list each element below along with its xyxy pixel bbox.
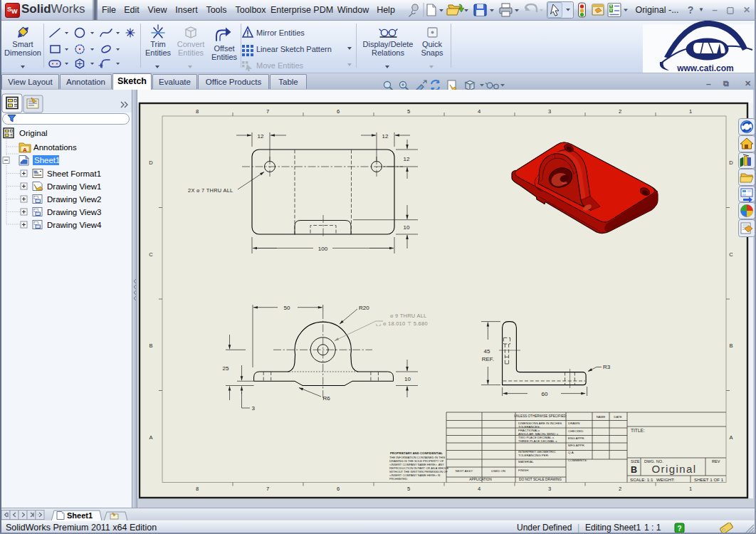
svg-text:DATE: DATE bbox=[614, 415, 621, 419]
svg-text:⌀ 9 THRU ALL: ⌀ 9 THRU ALL bbox=[390, 313, 426, 319]
svg-text:8: 8 bbox=[196, 108, 199, 115]
svg-text:B: B bbox=[729, 342, 733, 349]
svg-text:UNLESS OTHERWISE SPECIFIED:: UNLESS OTHERWISE SPECIFIED: bbox=[514, 414, 567, 418]
svg-text:100: 100 bbox=[318, 246, 328, 252]
svg-text:R6: R6 bbox=[323, 395, 331, 402]
svg-text:REV: REV bbox=[712, 459, 720, 464]
svg-text:Drawing View3: Drawing View3 bbox=[47, 208, 102, 216]
svg-text:D: D bbox=[149, 159, 153, 166]
svg-text:R3: R3 bbox=[603, 364, 611, 370]
svg-text:USED ON: USED ON bbox=[491, 469, 505, 473]
svg-text:Sheet1: Sheet1 bbox=[67, 511, 93, 520]
svg-text:MFG APPR.: MFG APPR. bbox=[568, 444, 585, 447]
svg-text:SHEET 1 OF 1: SHEET 1 OF 1 bbox=[694, 477, 724, 482]
svg-text:1: 1 bbox=[689, 108, 692, 115]
svg-text:PROHIBITED.: PROHIBITED. bbox=[389, 477, 408, 481]
svg-text:R20: R20 bbox=[359, 305, 369, 311]
svg-text:TITLE:: TITLE: bbox=[631, 428, 645, 433]
svg-text:Sheet1: Sheet1 bbox=[34, 156, 60, 164]
svg-text:www.cati.com: www.cati.com bbox=[676, 63, 734, 73]
svg-text:12: 12 bbox=[404, 156, 410, 162]
svg-text:1: 1 bbox=[689, 486, 692, 492]
svg-text:C: C bbox=[729, 251, 733, 258]
svg-text:TOLERANCING PER:: TOLERANCING PER: bbox=[518, 454, 549, 457]
svg-text:MATERIAL: MATERIAL bbox=[518, 460, 534, 464]
svg-text:12: 12 bbox=[258, 133, 264, 140]
svg-text:C: C bbox=[149, 251, 153, 258]
svg-text:Drawing View1: Drawing View1 bbox=[47, 182, 102, 191]
svg-text:10: 10 bbox=[404, 376, 411, 382]
svg-text:12: 12 bbox=[382, 133, 389, 140]
svg-text:NEXT ASSY: NEXT ASSY bbox=[456, 469, 473, 473]
svg-text:WEIGHT:: WEIGHT: bbox=[656, 477, 675, 482]
svg-text:7: 7 bbox=[266, 486, 269, 492]
svg-text:DO NOT SCALE DRAWING: DO NOT SCALE DRAWING bbox=[519, 478, 562, 481]
svg-text:PROPRIETARY AND CONFIDENTIAL: PROPRIETARY AND CONFIDENTIAL bbox=[390, 451, 443, 455]
svg-text:REF.: REF. bbox=[482, 356, 494, 362]
svg-text:3: 3 bbox=[252, 405, 256, 412]
svg-text:4: 4 bbox=[478, 108, 481, 115]
svg-text:8: 8 bbox=[196, 486, 199, 492]
svg-text:⌞⌟ ⌀ 18.010 ⊤ 5.680: ⌞⌟ ⌀ 18.010 ⊤ 5.680 bbox=[376, 320, 428, 327]
svg-text:Drawing View4: Drawing View4 bbox=[47, 221, 102, 229]
svg-text:3: 3 bbox=[548, 108, 551, 115]
svg-text:SIZE: SIZE bbox=[631, 459, 640, 464]
svg-text:3: 3 bbox=[548, 486, 551, 492]
svg-text:A: A bbox=[729, 434, 733, 441]
svg-text:7: 7 bbox=[266, 108, 269, 115]
svg-text:SCALE: 1:1: SCALE: 1:1 bbox=[630, 477, 653, 482]
svg-text:B: B bbox=[631, 465, 637, 475]
svg-text:Original: Original bbox=[652, 463, 697, 475]
svg-text:6: 6 bbox=[337, 486, 340, 492]
svg-text:25: 25 bbox=[223, 365, 229, 372]
svg-text:D: D bbox=[729, 159, 733, 166]
svg-text:DRAWN: DRAWN bbox=[568, 422, 579, 425]
svg-text:4: 4 bbox=[478, 486, 481, 492]
svg-text:APPLICATION: APPLICATION bbox=[469, 478, 492, 481]
svg-text:A: A bbox=[149, 434, 152, 441]
svg-text:B: B bbox=[149, 342, 152, 349]
svg-text:Original: Original bbox=[19, 129, 48, 137]
svg-text:A: A bbox=[23, 147, 27, 153]
svg-text:45: 45 bbox=[484, 348, 490, 355]
svg-text:5: 5 bbox=[407, 486, 410, 492]
svg-text:Annotations: Annotations bbox=[33, 143, 77, 152]
svg-text:THREE PLACE DECIMAL ±: THREE PLACE DECIMAL ± bbox=[518, 439, 557, 443]
svg-text:Q.A.: Q.A. bbox=[568, 451, 574, 454]
svg-text:ENG APPR.: ENG APPR. bbox=[568, 436, 585, 440]
svg-text:10: 10 bbox=[404, 224, 410, 231]
svg-text:Drawing View2: Drawing View2 bbox=[47, 195, 102, 204]
svg-text:2: 2 bbox=[619, 108, 621, 115]
svg-text:CHECKED: CHECKED bbox=[568, 429, 583, 433]
svg-text:5: 5 bbox=[407, 108, 410, 115]
svg-text:COMMENTS:: COMMENTS: bbox=[568, 459, 587, 462]
svg-text:50: 50 bbox=[284, 305, 290, 311]
svg-text:6: 6 bbox=[337, 108, 340, 115]
svg-text:?: ? bbox=[677, 525, 681, 533]
svg-text:2X ⌀ 7 THRU ALL: 2X ⌀ 7 THRU ALL bbox=[188, 187, 233, 194]
svg-text:NAME: NAME bbox=[597, 415, 606, 419]
svg-text:2: 2 bbox=[619, 486, 621, 492]
svg-text:Sheet Format1: Sheet Format1 bbox=[47, 169, 101, 178]
svg-text:60: 60 bbox=[542, 391, 548, 397]
svg-text:FINISH: FINISH bbox=[518, 468, 528, 472]
